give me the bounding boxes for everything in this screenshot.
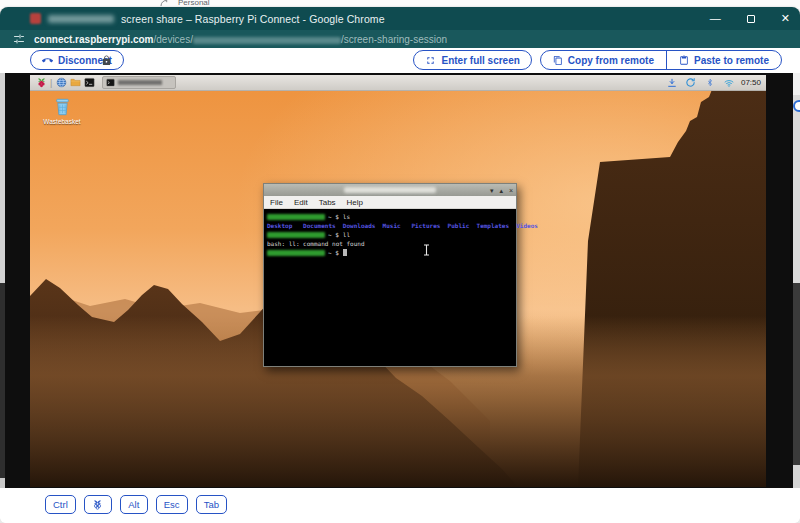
tab-key-button[interactable]: Tab bbox=[196, 495, 227, 514]
terminal-shade-icon[interactable]: ▾ bbox=[490, 187, 494, 194]
background-edge-left bbox=[0, 478, 5, 488]
profile-menu-label: Personal bbox=[178, 0, 210, 7]
taskbar-clock[interactable]: 07:50 bbox=[741, 78, 761, 87]
background-edge-right bbox=[793, 283, 800, 465]
prompt-user-redacted bbox=[267, 214, 325, 220]
prompt-user-redacted bbox=[267, 250, 325, 256]
remote-desktop[interactable]: Wastebasket ▾ ▴ × File Edit bbox=[30, 91, 766, 487]
background-window-sliver: Personal bbox=[0, 0, 800, 7]
url-text: connect.raspberrypi.com/devices//screen-… bbox=[34, 34, 447, 45]
site-settings-icon[interactable] bbox=[13, 33, 25, 45]
terminal-window[interactable]: ▾ ▴ × File Edit Tabs Help ~ $ls Desktop … bbox=[263, 183, 517, 367]
fullscreen-icon bbox=[425, 55, 436, 66]
copy-from-remote-button[interactable]: Copy from remote bbox=[541, 51, 666, 69]
url-host: connect.raspberrypi.com bbox=[34, 34, 153, 45]
terminal-titlebar[interactable]: ▾ ▴ × bbox=[264, 184, 516, 196]
terminal-launcher-icon[interactable] bbox=[82, 76, 96, 90]
remote-taskbar: | bbox=[30, 75, 766, 91]
minimize-icon[interactable]: — bbox=[710, 13, 721, 24]
terminal-line-prompt-cursor: ~ $ bbox=[267, 248, 513, 257]
terminal-menu-tabs[interactable]: Tabs bbox=[319, 198, 336, 207]
terminal-menu-file[interactable]: File bbox=[270, 198, 283, 207]
file-manager-icon[interactable] bbox=[68, 76, 82, 90]
terminal-window-buttons: ▾ ▴ × bbox=[490, 184, 513, 196]
bluetooth-icon[interactable] bbox=[703, 76, 717, 90]
enter-full-screen-label: Enter full screen bbox=[441, 55, 519, 66]
session-toolbar: Disconnect Enter full screen Copy from r… bbox=[0, 48, 800, 73]
web-browser-icon[interactable] bbox=[54, 76, 68, 90]
terminal-line-prompt-ll: ~ $ll bbox=[267, 230, 513, 239]
updates-sync-icon[interactable] bbox=[684, 76, 698, 90]
terminal-title-redacted bbox=[344, 187, 436, 193]
close-icon[interactable]: ✕ bbox=[781, 13, 790, 24]
background-edge-right bbox=[793, 73, 800, 95]
download-tray-icon[interactable] bbox=[665, 76, 679, 90]
background-edge-fragment bbox=[793, 100, 800, 112]
paste-to-remote-button[interactable]: Paste to remote bbox=[666, 51, 781, 69]
device-id-redacted bbox=[193, 37, 341, 44]
background-edge-left bbox=[0, 73, 5, 283]
taskbar-separator: | bbox=[50, 78, 52, 88]
wifi-icon[interactable] bbox=[722, 76, 736, 90]
favicon-redacted bbox=[30, 13, 41, 24]
call-end-icon bbox=[42, 55, 53, 66]
ctrl-key-button[interactable]: Ctrl bbox=[45, 495, 76, 514]
maximize-icon[interactable] bbox=[747, 15, 755, 23]
raspberry-menu-icon[interactable] bbox=[34, 76, 48, 90]
remote-screen[interactable]: | bbox=[30, 75, 766, 487]
copy-from-remote-label: Copy from remote bbox=[568, 55, 654, 66]
taskbar-window-button[interactable] bbox=[102, 76, 176, 89]
terminal-cursor bbox=[343, 249, 347, 256]
terminal-menu-edit[interactable]: Edit bbox=[294, 198, 308, 207]
terminal-line-error: bash: ll: command not found bbox=[267, 239, 513, 248]
wastebasket-desktop-icon[interactable]: Wastebasket bbox=[42, 97, 82, 125]
esc-key-button[interactable]: Esc bbox=[156, 495, 188, 514]
copy-icon bbox=[553, 55, 563, 66]
screenshot-root: Personal screen share – Raspberry Pi Con… bbox=[0, 0, 800, 523]
terminal-close-icon[interactable]: × bbox=[509, 187, 513, 194]
taskbar-tray: 07:50 bbox=[665, 76, 766, 90]
key-toolbar: Ctrl Alt Esc Tab bbox=[0, 488, 800, 523]
key-buttons: Ctrl Alt Esc Tab bbox=[45, 495, 227, 514]
paste-icon bbox=[679, 55, 689, 66]
command-ls: ls bbox=[343, 213, 350, 220]
remote-viewport: | bbox=[0, 73, 800, 488]
background-edge-left bbox=[0, 283, 5, 478]
url-path-prefix: /devices/ bbox=[153, 34, 192, 45]
lock-icon bbox=[101, 54, 112, 67]
terminal-line-directories: Desktop Documents Downloads Music Pictur… bbox=[267, 221, 513, 230]
background-edge-right bbox=[793, 465, 800, 488]
paste-to-remote-label: Paste to remote bbox=[694, 55, 769, 66]
clipboard-controls: Enter full screen Copy from remote Paste… bbox=[413, 50, 782, 70]
enter-full-screen-button[interactable]: Enter full screen bbox=[413, 50, 531, 70]
terminal-output[interactable]: ~ $ls Desktop Documents Downloads Music … bbox=[264, 209, 516, 366]
wastebasket-label: Wastebasket bbox=[42, 118, 82, 125]
prompt-user-redacted bbox=[267, 232, 325, 238]
terminal-menu-help[interactable]: Help bbox=[347, 198, 363, 207]
url-path-suffix: /screen-sharing-session bbox=[341, 34, 447, 45]
copy-paste-group: Copy from remote Paste to remote bbox=[540, 50, 782, 70]
window-title: screen share – Raspberry Pi Connect - Go… bbox=[121, 13, 385, 25]
terminal-maximize-icon[interactable]: ▴ bbox=[499, 187, 503, 194]
alt-key-button[interactable]: Alt bbox=[120, 495, 148, 514]
window-controls: — ✕ bbox=[710, 7, 790, 30]
raspberry-key-button[interactable] bbox=[84, 495, 112, 514]
device-name-redacted bbox=[48, 15, 114, 23]
chrome-titlebar: screen share – Raspberry Pi Connect - Go… bbox=[0, 7, 800, 30]
command-ll: ll bbox=[343, 231, 350, 238]
url-bar[interactable]: connect.raspberrypi.com/devices//screen-… bbox=[0, 30, 800, 48]
terminal-line-prompt-ls: ~ $ls bbox=[267, 212, 513, 221]
window-title-redacted bbox=[118, 80, 162, 85]
background-edge-right bbox=[793, 95, 800, 283]
terminal-menubar: File Edit Tabs Help bbox=[264, 196, 516, 209]
text-cursor-icon bbox=[423, 244, 430, 256]
profile-menu-icon bbox=[160, 0, 168, 7]
